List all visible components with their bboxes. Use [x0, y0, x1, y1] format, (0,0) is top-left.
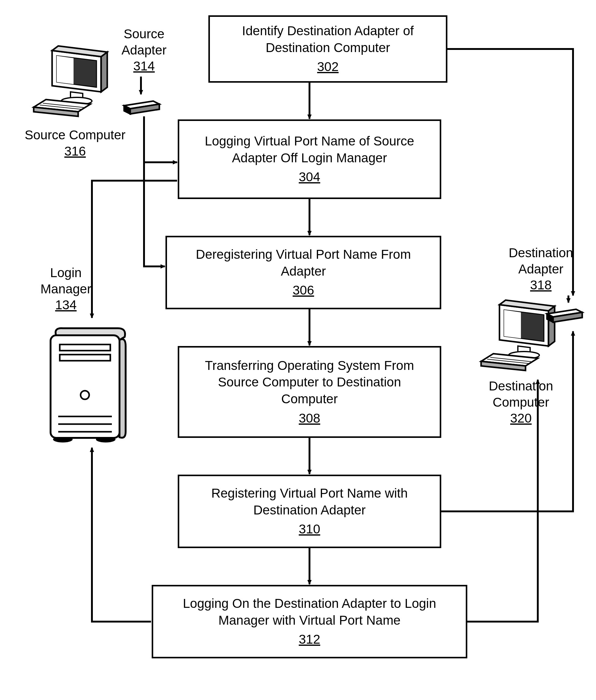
- box-308-text: Transferring Operating System From Sourc…: [189, 357, 430, 408]
- label-source-computer-text: Source Computer: [20, 127, 130, 143]
- label-dest-computer-ref: 320: [478, 410, 564, 426]
- box-312-ref: 312: [299, 631, 320, 648]
- box-310: Registering Virtual Port Name with Desti…: [178, 475, 441, 548]
- label-source-computer-ref: 316: [20, 143, 130, 159]
- box-304: Logging Virtual Port Name of Source Adap…: [178, 120, 441, 199]
- label-dest-adapter-ref: 318: [498, 277, 584, 293]
- label-source-computer: Source Computer 316: [20, 127, 130, 159]
- box-312: Logging On the Destination Adapter to Lo…: [152, 585, 467, 658]
- svg-marker-27: [504, 310, 521, 338]
- box-310-ref: 310: [299, 521, 320, 538]
- label-dest-adapter-text: Destination Adapter: [498, 245, 584, 277]
- destination-adapter-icon: [542, 303, 588, 328]
- label-dest-computer: Destination Computer 320: [478, 378, 564, 426]
- label-source-adapter: Source Adapter 314: [110, 26, 178, 74]
- label-dest-adapter: Destination Adapter 318: [498, 245, 584, 293]
- label-source-adapter-text: Source Adapter: [110, 26, 178, 58]
- svg-rect-18: [60, 355, 110, 361]
- box-302-text: Identify Destination Adapter of Destinat…: [219, 23, 437, 56]
- box-304-text: Logging Virtual Port Name of Source Adap…: [189, 133, 430, 166]
- label-dest-computer-text: Destination Computer: [478, 378, 564, 410]
- box-306-ref: 306: [293, 282, 314, 299]
- box-306: Deregistering Virtual Port Name From Ada…: [166, 236, 441, 309]
- box-304-ref: 304: [299, 169, 320, 186]
- svg-marker-4: [57, 56, 74, 84]
- box-308: Transferring Operating System From Sourc…: [178, 346, 441, 438]
- svg-rect-17: [60, 344, 110, 351]
- login-manager-icon: [41, 318, 133, 447]
- label-login-manager-text: Login Manager: [28, 265, 104, 297]
- box-310-text: Registering Virtual Port Name with Desti…: [189, 485, 430, 518]
- label-source-adapter-ref: 314: [110, 58, 178, 74]
- svg-point-19: [81, 391, 89, 399]
- box-302-ref: 302: [317, 58, 339, 75]
- box-308-ref: 308: [299, 410, 320, 427]
- box-302: Identify Destination Adapter of Destinat…: [208, 15, 447, 83]
- svg-marker-1: [101, 52, 107, 92]
- box-312-text: Logging On the Destination Adapter to Lo…: [163, 595, 456, 629]
- box-306-text: Deregistering Virtual Port Name From Ada…: [176, 246, 430, 280]
- source-adapter-icon: [120, 95, 166, 120]
- label-login-manager-ref: 134: [28, 297, 104, 313]
- source-computer-icon: [31, 43, 117, 123]
- label-login-manager: Login Manager 134: [28, 265, 104, 313]
